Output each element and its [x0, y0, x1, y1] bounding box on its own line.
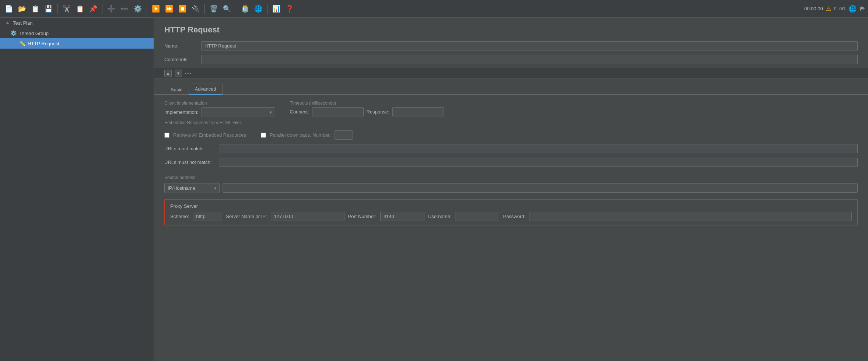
add-icon[interactable]: ➕	[105, 3, 117, 15]
impl-select[interactable]: HttpClient4 HttpClient3.1 Java	[202, 107, 275, 117]
tabs-container: Basic Advanced	[154, 80, 868, 95]
source-type-select[interactable]: IP/Hostname Device IP (IPv4) IP (IPv6)	[164, 183, 220, 193]
flag-icon: 🏁	[860, 6, 865, 11]
network-icon[interactable]: 🌐	[252, 3, 264, 15]
remove-icon[interactable]: ➖	[119, 3, 130, 15]
paste-icon[interactable]: 📋	[74, 3, 86, 15]
proxy-section: Proxy Server Scheme: Server Name or IP: …	[164, 199, 858, 225]
tab-basic[interactable]: Basic	[164, 84, 189, 95]
name-label: Name:	[164, 43, 197, 49]
http-request-icon: ✏️	[19, 41, 25, 46]
main-layout: 🔺 Test Plan ⚙️ Thread Group ✏️ HTTP Requ…	[0, 18, 868, 361]
timer-display: 00:00:00	[804, 6, 823, 11]
timeout-row: Connect: Response:	[290, 107, 444, 116]
embedded-section: Embedded Resources from HTML Files Retri…	[154, 120, 868, 169]
copy-icon[interactable]: 📋	[29, 3, 41, 15]
open-icon[interactable]: 📂	[16, 3, 28, 15]
parallel-input[interactable]	[335, 130, 353, 140]
comments-label: Comments:	[164, 57, 197, 62]
collapse-up-btn[interactable]: ▲	[164, 70, 172, 77]
tab-advanced[interactable]: Advanced	[189, 84, 223, 95]
password-input[interactable]	[529, 212, 852, 221]
clear-icon[interactable]: 🗑️	[208, 3, 220, 15]
proxy-row: Scheme: Server Name or IP: Port Number: …	[170, 212, 852, 221]
proxy-title: Proxy Server	[170, 203, 852, 209]
help-icon[interactable]: ❓	[284, 3, 295, 15]
timeouts-title: Timeouts (milliseconds)	[290, 101, 444, 106]
retrieve-checkbox[interactable]	[164, 133, 169, 138]
response-label: Response:	[367, 109, 389, 115]
retrieve-row: Retrieve All Embedded Resources Parallel…	[164, 128, 858, 142]
source-section: Source address IP/Hostname Device IP (IP…	[154, 172, 868, 196]
thread-group-icon: ⚙️	[10, 30, 17, 36]
cut-icon[interactable]: ✂️	[61, 3, 73, 15]
impl-label: Implementation:	[164, 109, 199, 115]
paste-alt-icon[interactable]: 📌	[87, 3, 99, 15]
separator-bar: ▲ ▼ •••	[154, 68, 868, 79]
parallel-checkbox[interactable]	[261, 133, 266, 138]
name-input[interactable]	[201, 41, 858, 50]
stop-icon[interactable]: ⏹️	[176, 3, 188, 15]
embedded-title: Embedded Resources from HTML Files	[164, 120, 858, 125]
server-label: Server Name or IP:	[226, 214, 267, 219]
new-file-icon[interactable]: 📄	[3, 3, 15, 15]
scheme-input[interactable]	[193, 212, 222, 221]
sep5	[236, 4, 236, 14]
source-address-input[interactable]	[223, 183, 858, 193]
impl-row: Implementation: HttpClient4 HttpClient3.…	[164, 107, 275, 117]
start-nopause-icon[interactable]: ⏩	[163, 3, 175, 15]
sep3	[147, 4, 147, 14]
retrieve-label: Retrieve All Embedded Resources	[173, 132, 246, 138]
sep-dots: •••	[185, 71, 192, 76]
save-icon[interactable]: 💾	[43, 3, 55, 15]
function-icon[interactable]: ⚙️	[132, 3, 144, 15]
source-type-wrapper: IP/Hostname Device IP (IPv4) IP (IPv6) ▼	[164, 183, 220, 193]
warning-count: 0	[834, 6, 837, 11]
toolbar: 📄 📂 📋 💾 ✂️ 📋 📌 ➕ ➖ ⚙️ ▶️ ⏩ ⏹️ 🔌 🗑️ 🔍 🫙 🌐…	[0, 0, 868, 18]
sep4	[204, 4, 205, 14]
name-row: Name:	[154, 39, 868, 53]
sidebar: 🔺 Test Plan ⚙️ Thread Group ✏️ HTTP Requ…	[0, 18, 154, 361]
warning-icon: ⚠	[826, 5, 831, 12]
response-input[interactable]	[392, 107, 444, 116]
client-impl-title: Client implementation	[164, 101, 275, 106]
content-panel: HTTP Request Name: Comments: ▲ ▼ ••• Bas…	[154, 18, 868, 361]
sidebar-item-label: Test Plan	[13, 20, 32, 26]
server-input[interactable]	[271, 212, 344, 221]
port-label: Port Number:	[348, 214, 377, 219]
urls-match-input[interactable]	[219, 144, 858, 153]
urls-not-match-label: URLs must not match:	[164, 160, 216, 165]
toolbar-status: 00:00:00 ⚠ 0 0/1 🌐 🏁	[804, 5, 865, 13]
source-title: Source address	[164, 175, 858, 180]
port-input[interactable]	[380, 212, 424, 221]
comments-input[interactable]	[201, 55, 858, 64]
panel-title: HTTP Request	[154, 18, 868, 39]
sidebar-item-http-request[interactable]: ✏️ HTTP Request	[0, 38, 154, 49]
sidebar-item-label: HTTP Request	[28, 41, 59, 46]
sidebar-item-test-plan[interactable]: 🔺 Test Plan	[0, 18, 154, 28]
parallel-label: Parallel downloads. Number:	[270, 132, 331, 138]
connect-input[interactable]	[312, 107, 364, 116]
timeouts-group: Timeouts (milliseconds) Connect: Respons…	[290, 101, 444, 116]
sep2	[102, 4, 102, 14]
sidebar-item-label: Thread Group	[19, 31, 49, 36]
chart-icon[interactable]: 📊	[270, 3, 282, 15]
username-input[interactable]	[455, 212, 499, 221]
jar-icon[interactable]: 🫙	[239, 3, 251, 15]
password-label: Password:	[503, 214, 525, 219]
collapse-down-btn[interactable]: ▼	[175, 70, 182, 77]
start-icon[interactable]: ▶️	[150, 3, 162, 15]
sep6	[267, 4, 267, 14]
shutdown-icon[interactable]: 🔌	[190, 3, 202, 15]
globe-icon: 🌐	[848, 5, 857, 13]
source-row: IP/Hostname Device IP (IPv4) IP (IPv6) ▼	[164, 183, 858, 193]
connect-label: Connect:	[290, 109, 309, 115]
urls-not-match-input[interactable]	[219, 158, 858, 167]
username-label: Username:	[428, 214, 452, 219]
ratio-display: 0/1	[839, 6, 846, 11]
client-impl-group: Client implementation Implementation: Ht…	[164, 101, 275, 117]
sidebar-item-thread-group[interactable]: ⚙️ Thread Group	[0, 28, 154, 38]
search-icon[interactable]: 🔍	[221, 3, 233, 15]
test-plan-icon: 🔺	[4, 20, 11, 26]
impl-select-wrapper: HttpClient4 HttpClient3.1 Java ▼	[202, 107, 275, 117]
